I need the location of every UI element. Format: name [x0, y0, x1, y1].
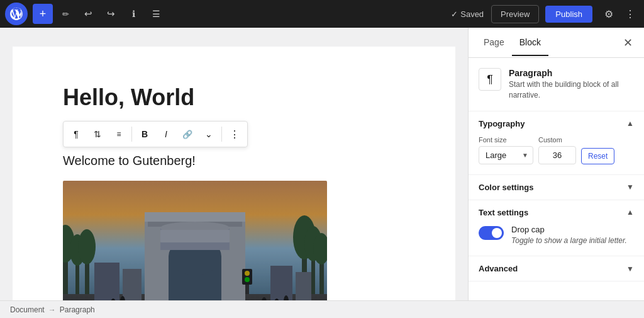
panel-close-button[interactable]: ✕ [619, 34, 636, 52]
custom-size-input[interactable] [538, 146, 576, 164]
publish-button[interactable]: Publish [545, 6, 592, 23]
typography-title: Typography [479, 119, 626, 128]
main-layout: Hello, World ¶ ⇅ ≡ B [0, 28, 644, 300]
color-settings-title: Color settings [479, 183, 626, 192]
drop-cap-desc: Toggle to show a large initial letter. [511, 236, 627, 246]
move-up-down-button[interactable]: ⇅ [87, 124, 108, 144]
editor-canvas: Hello, World ¶ ⇅ ≡ B [13, 47, 455, 300]
text-settings-content: Drop cap Toggle to show a large initial … [469, 225, 644, 256]
preview-button[interactable]: Preview [491, 5, 539, 23]
wp-logo[interactable] [5, 3, 28, 25]
text-settings-title: Text settings [479, 208, 626, 217]
paragraph-text[interactable]: Welcome to Gutenberg! [63, 154, 405, 168]
block-info: ¶ Paragraph Start with the building bloc… [469, 58, 644, 111]
text-settings-header[interactable]: Text settings ▲ [469, 200, 644, 225]
font-size-row: Font size Large Small Medium X-Large Cus… [479, 136, 634, 164]
chevron-up-icon-2: ▲ [626, 208, 634, 217]
text-settings-section: Text settings ▲ Drop cap Toggle to show … [469, 200, 644, 257]
block-name-label: Paragraph [509, 68, 634, 78]
info-button[interactable]: ℹ [123, 4, 143, 24]
custom-label: Custom [538, 136, 576, 144]
custom-input-group: Custom [538, 136, 576, 164]
saved-indicator: ✓ Saved [451, 9, 484, 19]
drop-cap-row: Drop cap Toggle to show a large initial … [479, 225, 634, 246]
more-toolbar-button[interactable]: ⌄ [199, 124, 219, 144]
settings-button[interactable]: ⚙ [599, 4, 619, 24]
typography-header[interactable]: Typography ▲ [469, 111, 644, 136]
italic-button[interactable]: I [156, 124, 176, 144]
drop-cap-toggle[interactable] [479, 226, 504, 240]
heading-block: Hello, World ¶ ⇅ ≡ B [63, 84, 405, 147]
block-desc-text: Start with the building block of all nar… [509, 79, 634, 101]
color-settings-section: Color settings ▼ [469, 175, 644, 200]
arch-image [63, 181, 327, 300]
paragraph-breadcrumb[interactable]: Paragraph [60, 305, 95, 314]
link-button[interactable]: 🔗 [177, 124, 197, 144]
image-block[interactable] [63, 181, 327, 300]
undo-button[interactable]: ↩ [78, 4, 98, 24]
typography-section: Typography ▲ Font size Large Small Mediu… [469, 111, 644, 175]
bold-button[interactable]: B [135, 124, 155, 144]
advanced-title: Advanced [479, 264, 626, 273]
font-size-group: Font size Large Small Medium X-Large Cus… [479, 136, 533, 164]
svg-rect-40 [63, 181, 327, 300]
advanced-header[interactable]: Advanced ▼ [469, 256, 644, 281]
chevron-down-icon-2: ▼ [626, 264, 634, 273]
right-panel: Page Block ✕ ¶ Paragraph Start with the … [468, 28, 644, 300]
paragraph-type-button[interactable]: ¶ [66, 124, 86, 144]
editor-area: Hello, World ¶ ⇅ ≡ B [0, 28, 468, 300]
pencil-button[interactable]: ✏ [55, 4, 75, 24]
align-button[interactable]: ≡ [109, 124, 129, 144]
font-size-select[interactable]: Large Small Medium X-Large Custom [479, 146, 533, 164]
tab-page[interactable]: Page [476, 30, 512, 56]
drop-cap-label: Drop cap [511, 225, 627, 234]
drop-cap-info: Drop cap Toggle to show a large initial … [511, 225, 627, 246]
redo-button[interactable]: ↪ [101, 4, 121, 24]
add-block-button[interactable]: + [33, 4, 53, 24]
check-icon: ✓ [451, 9, 458, 19]
color-settings-header[interactable]: Color settings ▼ [469, 175, 644, 200]
font-size-label: Font size [479, 136, 533, 144]
document-label[interactable]: Document [10, 305, 45, 314]
breadcrumb-arrow: → [48, 305, 56, 314]
list-view-button[interactable]: ☰ [146, 4, 166, 24]
block-icon: ¶ [479, 68, 501, 91]
block-toolbar: ¶ ⇅ ≡ B I 🔗 [63, 121, 248, 147]
topbar: + ✏ ↩ ↪ ℹ ☰ ✓ Saved Preview Publish ⚙ ⋮ [0, 0, 644, 28]
chevron-up-icon: ▲ [626, 119, 634, 128]
font-select-wrapper: Large Small Medium X-Large Custom ▼ [479, 146, 533, 164]
tab-block[interactable]: Block [512, 30, 548, 56]
toolbar-divider-2 [221, 127, 222, 142]
status-bar: Document → Paragraph [0, 300, 644, 318]
toggle-slider [479, 226, 504, 240]
reset-button[interactable]: Reset [581, 148, 614, 164]
more-options-button[interactable]: ⋮ [621, 5, 639, 23]
toolbar-divider [131, 127, 132, 142]
options-toolbar-button[interactable]: ⋮ [225, 124, 245, 144]
advanced-section: Advanced ▼ [469, 256, 644, 281]
chevron-down-icon: ▼ [626, 183, 634, 191]
typography-content: Font size Large Small Medium X-Large Cus… [469, 136, 644, 174]
block-details: Paragraph Start with the building block … [509, 68, 634, 101]
panel-tabs: Page Block ✕ [469, 28, 644, 58]
heading-text[interactable]: Hello, World [63, 84, 405, 111]
